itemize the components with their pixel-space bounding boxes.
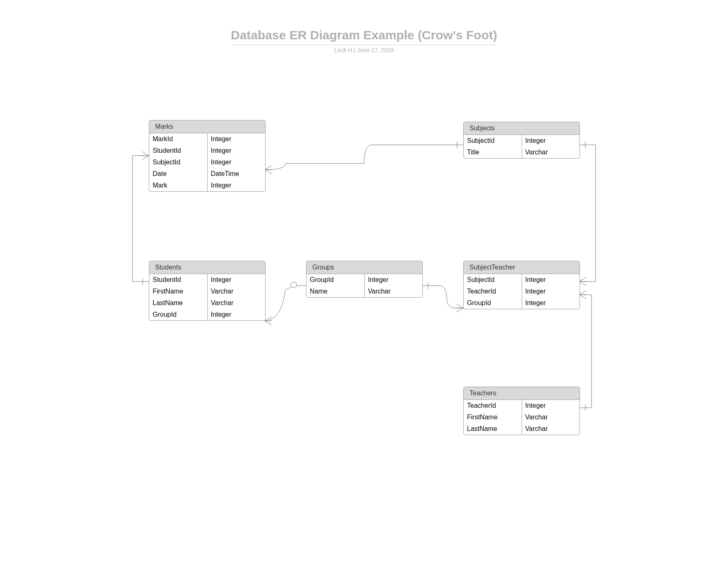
field-name: StudentId: [149, 145, 208, 156]
title-block: Database ER Diagram Example (Crow's Foot…: [231, 28, 497, 53]
field-type: Integer: [365, 274, 423, 286]
field-name: Name: [307, 286, 365, 297]
entity-marks[interactable]: MarksMarkIdIntegerStudentIdIntegerSubjec…: [149, 120, 266, 192]
entity-field-row: SubjectIdInteger: [464, 274, 580, 286]
entity-header: Marks: [149, 120, 265, 133]
field-type: Integer: [522, 400, 580, 411]
field-type: Integer: [208, 133, 266, 145]
field-name: Date: [149, 168, 208, 180]
entity-field-row: MarkInteger: [149, 180, 265, 191]
entity-groups[interactable]: GroupsGroupIdIntegerNameVarchar: [306, 261, 423, 298]
entity-field-row: TeacherIdInteger: [464, 400, 580, 411]
field-type: Varchar: [208, 286, 266, 297]
entity-field-row: TitleVarchar: [464, 147, 580, 158]
field-name: SubjectId: [464, 274, 522, 286]
field-type: Integer: [208, 145, 266, 156]
field-type: Integer: [522, 286, 580, 297]
field-name: StudentId: [149, 274, 208, 286]
entity-subjects[interactable]: SubjectsSubjectIdIntegerTitleVarchar: [463, 122, 580, 159]
entity-teachers[interactable]: TeachersTeacherIdIntegerFirstNameVarchar…: [463, 387, 580, 435]
entity-header: Subjects: [464, 122, 580, 135]
entity-subjectteacher[interactable]: SubjectTeacherSubjectIdIntegerTeacherIdI…: [463, 261, 580, 309]
entity-header: Teachers: [464, 387, 580, 400]
svg-point-0: [291, 282, 297, 288]
field-type: Varchar: [522, 423, 580, 435]
field-name: FirstName: [464, 411, 522, 423]
entity-field-row: TeacherIdInteger: [464, 286, 580, 297]
field-type: Varchar: [522, 147, 580, 158]
diagram-canvas: Database ER Diagram Example (Crow's Foot…: [0, 0, 728, 563]
field-type: Integer: [208, 180, 266, 191]
entity-field-row: MarkIdInteger: [149, 133, 265, 145]
field-type: Integer: [522, 297, 580, 309]
entity-header: SubjectTeacher: [464, 261, 580, 274]
entity-students[interactable]: StudentsStudentIdIntegerFirstNameVarchar…: [149, 261, 266, 321]
entity-field-row: LastNameVarchar: [149, 297, 265, 309]
entity-field-row: DateDateTime: [149, 168, 265, 180]
field-type: Integer: [208, 156, 266, 168]
field-name: LastName: [464, 423, 522, 435]
field-type: Varchar: [365, 286, 423, 297]
entity-header: Students: [149, 261, 265, 274]
field-name: LastName: [149, 297, 208, 309]
diagram-title: Database ER Diagram Example (Crow's Foot…: [231, 28, 497, 42]
field-name: TeacherId: [464, 286, 522, 297]
field-name: GroupId: [149, 309, 208, 320]
field-name: TeacherId: [464, 400, 522, 411]
entity-field-row: GroupIdInteger: [464, 297, 580, 309]
field-name: SubjectId: [149, 156, 208, 168]
entity-field-row: SubjectIdInteger: [149, 156, 265, 168]
entity-field-row: NameVarchar: [307, 286, 422, 297]
field-type: Integer: [208, 309, 266, 320]
field-type: Integer: [208, 274, 266, 286]
field-type: DateTime: [208, 168, 266, 180]
field-name: GroupId: [464, 297, 522, 309]
field-name: Mark: [149, 180, 208, 191]
field-type: Varchar: [522, 411, 580, 423]
field-name: FirstName: [149, 286, 208, 297]
entity-field-row: FirstNameVarchar: [464, 411, 580, 423]
entity-header: Groups: [307, 261, 422, 274]
entity-field-row: GroupIdInteger: [307, 274, 422, 286]
field-name: GroupId: [307, 274, 365, 286]
entity-field-row: FirstNameVarchar: [149, 286, 265, 297]
entity-field-row: LastNameVarchar: [464, 423, 580, 435]
entity-field-row: SubjectIdInteger: [464, 135, 580, 147]
field-type: Integer: [522, 135, 580, 147]
field-name: Title: [464, 147, 522, 158]
title-divider: [232, 45, 496, 45]
entity-field-row: StudentIdInteger: [149, 274, 265, 286]
entity-field-row: StudentIdInteger: [149, 145, 265, 156]
field-type: Varchar: [208, 297, 266, 309]
field-name: MarkId: [149, 133, 208, 145]
field-name: SubjectId: [464, 135, 522, 147]
field-type: Integer: [522, 274, 580, 286]
diagram-subtitle: Lindi H | June 27, 2019: [231, 47, 497, 53]
entity-field-row: GroupIdInteger: [149, 309, 265, 320]
